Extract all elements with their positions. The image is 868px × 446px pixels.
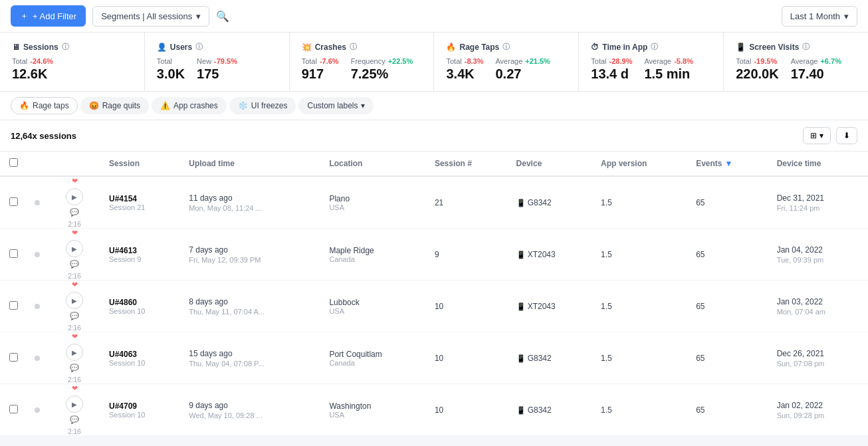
- chevron-down-icon: ▾: [361, 101, 365, 110]
- row-location-cell: Lubbock USA: [321, 280, 426, 332]
- upload-time-main: 7 days ago: [189, 245, 313, 255]
- device-time-main: Jan 03, 2022: [777, 297, 860, 306]
- metric-label: New -79.5%: [197, 57, 237, 65]
- device-icon: 📱: [516, 199, 528, 207]
- metric-value: 7.25%: [351, 66, 413, 82]
- row-actions-cell: ❤ ▶ 💬 2:16: [48, 280, 101, 332]
- export-button[interactable]: ⬇: [836, 127, 857, 144]
- metric-pct: -28.9%: [609, 57, 633, 65]
- metric-title: 👤 Users ⓘ: [157, 42, 277, 52]
- header-select-all[interactable]: [0, 152, 27, 176]
- device-time-sub: Sun, 09:28 pm: [777, 411, 860, 419]
- row-dot-cell: [27, 384, 48, 436]
- chevron-down-icon: ▾: [196, 11, 201, 21]
- tab-icon: ⚠️: [160, 101, 170, 110]
- header-events[interactable]: Events ▼: [688, 152, 769, 176]
- header-session-num: Session #: [427, 152, 508, 176]
- search-icon: 🔍: [216, 11, 229, 22]
- row-dot-cell: [27, 176, 48, 229]
- location-city: Washington: [329, 401, 418, 411]
- header-location: Location: [321, 152, 426, 176]
- comment-icon[interactable]: 💬: [70, 312, 79, 320]
- metric-row: Total -24.6% 12.6K: [12, 57, 132, 82]
- metric-pct: -79.5%: [214, 57, 237, 65]
- status-dot: [35, 304, 40, 309]
- row-device-time-cell: Jan 04, 2022 Tue, 09:39 pm: [769, 229, 868, 280]
- rage-icon[interactable]: ❤: [72, 280, 78, 289]
- metric-value: 0.27: [495, 66, 550, 82]
- add-filter-button[interactable]: ＋ + Add Filter: [11, 5, 86, 27]
- row-events-cell: 65: [688, 332, 769, 384]
- device-name: G8342: [528, 198, 552, 207]
- rage-icon[interactable]: ❤: [72, 384, 78, 393]
- filter-tab-rage-taps[interactable]: 🔥Rage taps: [11, 97, 78, 114]
- tab-label: UI freezes: [251, 101, 288, 110]
- tab-label: App crashes: [173, 101, 218, 110]
- rage-icon[interactable]: ❤: [72, 177, 78, 185]
- row-app-version-cell: 1.5: [593, 229, 688, 280]
- play-button[interactable]: ▶: [66, 344, 83, 361]
- rage-icon[interactable]: ❤: [72, 229, 78, 237]
- select-all-checkbox[interactable]: [9, 158, 18, 167]
- row-checkbox[interactable]: [9, 249, 18, 258]
- info-icon: ⓘ: [651, 42, 658, 52]
- events-count: 65: [696, 250, 705, 259]
- segments-button[interactable]: Segments | All sessions ▾: [92, 6, 209, 27]
- comment-icon[interactable]: 💬: [70, 415, 79, 424]
- row-device-time-cell: Jan 02, 2022 Sun, 09:28 pm: [769, 384, 868, 436]
- device-time-sub: Mon, 07:04 am: [777, 308, 860, 316]
- metric-value: 1.5 min: [644, 66, 693, 82]
- app-version: 1.5: [601, 405, 612, 415]
- segments-label: Segments | All sessions: [101, 11, 192, 21]
- info-icon: ⓘ: [195, 42, 203, 52]
- metric-group: Average -5.8% 1.5 min: [644, 57, 693, 82]
- metric-pct: -8.3%: [465, 57, 484, 65]
- custom-labels-button[interactable]: Custom labels▾: [298, 97, 373, 114]
- last-month-button[interactable]: Last 1 Month ▾: [782, 6, 857, 27]
- play-button[interactable]: ▶: [66, 240, 83, 257]
- filter-tab-rage-quits[interactable]: 😡Rage quits: [80, 97, 149, 114]
- columns-button[interactable]: ⊞ ▾: [803, 127, 831, 144]
- sessions-count: 12,64x sessions: [11, 131, 76, 141]
- row-app-version-cell: 1.5: [593, 384, 688, 436]
- upload-time-sub: Mon, May 08, 11:24 ...: [189, 204, 313, 212]
- metric-value: 175: [197, 66, 237, 82]
- filter-tabs: 🔥Rage taps😡Rage quits⚠️App crashes❄️UI f…: [0, 92, 868, 120]
- row-session-hash-cell: 10: [427, 280, 508, 332]
- session-duration: 2:16: [68, 273, 80, 280]
- comment-icon[interactable]: 💬: [70, 260, 79, 269]
- sort-down-icon: ▼: [725, 159, 733, 168]
- metric-row: Total -19.5% 220.0K Average +6.7% 17.40: [736, 57, 856, 82]
- row-actions-cell: ❤ ▶ 💬 2:16: [48, 332, 101, 384]
- session-actions: ❤ ▶ 💬 2:16: [56, 229, 93, 280]
- filter-tab-app-crashes[interactable]: ⚠️App crashes: [152, 97, 227, 114]
- comment-icon[interactable]: 💬: [70, 208, 79, 217]
- session-id: U#4709: [109, 401, 173, 411]
- metric-icon: 📱: [736, 43, 746, 52]
- rage-icon[interactable]: ❤: [72, 332, 78, 341]
- metric-value: 3.0K: [157, 66, 185, 82]
- comment-icon[interactable]: 💬: [70, 364, 79, 372]
- metric-icon: 🖥: [12, 43, 20, 52]
- status-dot: [35, 200, 40, 205]
- row-checkbox[interactable]: [9, 353, 18, 362]
- search-button[interactable]: 🔍: [216, 10, 229, 23]
- row-device-cell: 📱 G8342: [508, 176, 593, 229]
- metric-pct: -24.6%: [30, 57, 53, 65]
- metric-card-time-in-app: ⏱ Time in App ⓘ Total -28.9% 13.4 d Aver…: [579, 33, 724, 91]
- play-button[interactable]: ▶: [66, 292, 83, 309]
- play-button[interactable]: ▶: [66, 395, 83, 413]
- location-city: Maple Ridge: [329, 246, 418, 255]
- session-duration: 2:16: [68, 376, 80, 384]
- row-checkbox[interactable]: [9, 301, 18, 310]
- filter-tab-ui-freezes[interactable]: ❄️UI freezes: [229, 97, 296, 114]
- metric-group: Total 3.0K: [157, 57, 185, 82]
- export-icon: ⬇: [843, 131, 850, 140]
- row-checkbox[interactable]: [9, 405, 18, 413]
- session-duration: 2:16: [68, 428, 80, 435]
- plus-icon: ＋: [20, 10, 29, 22]
- play-button[interactable]: ▶: [66, 188, 83, 205]
- header-device: Device: [508, 152, 593, 176]
- session-actions: ❤ ▶ 💬 2:16: [56, 384, 93, 435]
- row-checkbox[interactable]: [9, 197, 18, 206]
